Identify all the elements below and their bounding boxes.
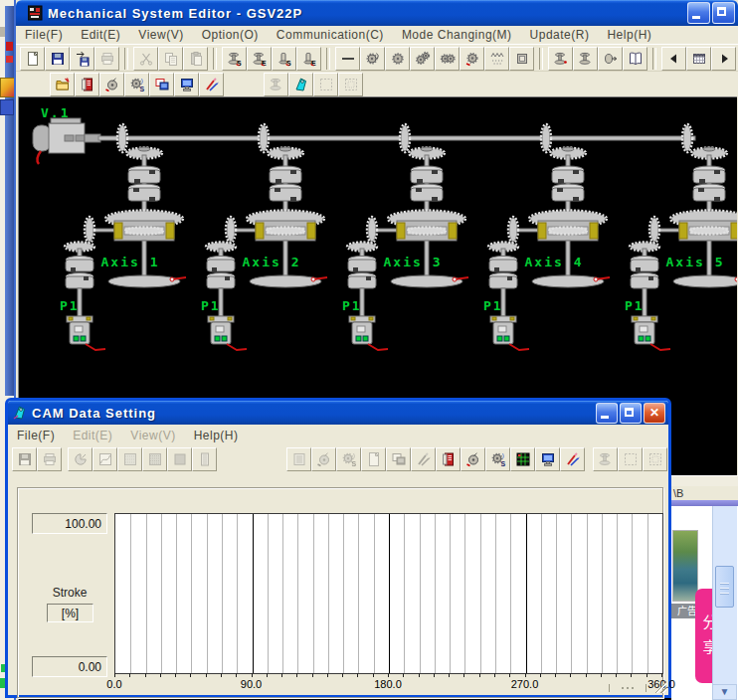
cam-maximize-button[interactable]: [620, 403, 642, 424]
menu-item-file[interactable]: File(F): [16, 28, 72, 42]
shade1-icon: [122, 451, 138, 467]
monitor-display-button[interactable]: [174, 73, 199, 96]
cam-data-setting-window: CAM Data Setting ✕ File(F)Edit(E)View(V)…: [5, 398, 671, 698]
main-titlebar[interactable]: Mechanical System Editor - GSV22P: [16, 0, 738, 26]
menu-item-file[interactable]: File(F): [8, 429, 64, 442]
menu-item-help[interactable]: Help(H): [185, 429, 248, 442]
menu-item-edit: Edit(E): [64, 429, 121, 442]
axis-tick: [206, 673, 207, 677]
arrow-right-icon: [716, 51, 732, 67]
gear-hook-button[interactable]: [360, 47, 385, 71]
resize-grip[interactable]: [654, 681, 666, 693]
browser-scrollbar[interactable]: [712, 506, 737, 684]
minor-gridline: [297, 514, 298, 673]
cam-window-title: CAM Data Setting: [32, 406, 156, 421]
y-min-value: 0.00: [32, 656, 107, 677]
cam-disk-icon: [104, 77, 120, 92]
press-e-icon: E: [252, 51, 268, 67]
app-icon: [28, 5, 44, 21]
data-list-button[interactable]: [436, 447, 461, 471]
scrollbar-thumb[interactable]: [715, 566, 734, 608]
menu-item-edit[interactable]: Edit(E): [72, 28, 129, 42]
minor-gridline: [191, 514, 192, 673]
sprocket-edit-button: S: [336, 447, 361, 471]
toolbar-separator: [539, 48, 543, 70]
tools-icon: [565, 451, 581, 467]
machine-label: P1: [483, 298, 503, 313]
cut-button: [133, 47, 158, 71]
curve-icon: [97, 451, 113, 467]
axis-tick: [525, 673, 526, 677]
monitor-display-button[interactable]: [535, 447, 560, 471]
scroll-down-button[interactable]: ▼: [712, 684, 737, 700]
valve-icon: [603, 51, 619, 67]
tool-setting-button[interactable]: [560, 447, 585, 471]
gear-hook-icon: [365, 51, 381, 67]
sprocket-setting-button[interactable]: S: [485, 447, 510, 471]
gear-left-button[interactable]: [385, 47, 410, 71]
gear-mark-button[interactable]: [460, 47, 484, 71]
axis-tick: [586, 673, 587, 677]
catalog-button[interactable]: [623, 47, 647, 71]
data-grid-button[interactable]: [686, 47, 711, 71]
cam-minimize-button[interactable]: [596, 403, 618, 424]
cam-end-button[interactable]: E: [247, 47, 272, 71]
press-output-button[interactable]: [548, 47, 573, 71]
menu-item-view[interactable]: View(V): [129, 28, 192, 42]
cam-titlebar[interactable]: CAM Data Setting ✕: [8, 401, 668, 425]
menu-item-option[interactable]: Option(O): [193, 28, 268, 42]
next-view-button[interactable]: [711, 47, 736, 71]
shaft-line-button[interactable]: [335, 47, 360, 71]
block-button[interactable]: [509, 47, 534, 71]
axis-start-button[interactable]: S: [272, 47, 296, 71]
cam-close-button[interactable]: ✕: [644, 403, 665, 424]
cam-disk-edit-button: [311, 447, 336, 471]
selection-a-button: [618, 447, 643, 471]
save-button[interactable]: [45, 47, 70, 71]
axis-tick: [403, 673, 404, 677]
menu-item-communication[interactable]: Communication(C): [268, 28, 393, 42]
sprocket-setting-button[interactable]: S: [124, 73, 149, 96]
gear-pair-button[interactable]: [435, 47, 460, 71]
major-gridline: [526, 514, 527, 673]
spring-button[interactable]: [484, 47, 509, 71]
minor-gridline: [541, 514, 542, 673]
minor-gridline: [207, 514, 208, 673]
axis-tick: [252, 673, 253, 677]
axis-tick: [616, 673, 617, 677]
tool-setting-button[interactable]: [199, 73, 224, 96]
cam-curve-plot[interactable]: [114, 513, 663, 674]
cam-edit-button[interactable]: [288, 73, 313, 96]
open-project-button[interactable]: [50, 73, 75, 96]
pie-icon: [73, 451, 89, 467]
data-table-button[interactable]: [510, 447, 535, 471]
cam-start-button[interactable]: S: [222, 47, 247, 71]
book-icon: [628, 51, 644, 67]
cam-data-button[interactable]: [99, 73, 124, 96]
menu-item-view: View(V): [121, 429, 184, 442]
prev-view-button[interactable]: [661, 47, 686, 71]
curve-view-button: [92, 447, 117, 471]
minimize-button[interactable]: [687, 2, 710, 24]
machine-label: Axis 1: [101, 255, 160, 269]
rotary-output-button[interactable]: [598, 47, 623, 71]
print-button: [94, 47, 119, 71]
new-file-button[interactable]: [20, 47, 45, 71]
axis-end-button[interactable]: E: [296, 47, 321, 71]
data-list-button[interactable]: [75, 73, 99, 96]
x-tick-label: 270.0: [511, 678, 539, 690]
menu-item-mode-changing[interactable]: Mode Changing(M): [393, 28, 521, 42]
menu-item-update[interactable]: Update(R): [521, 28, 599, 42]
gear-right-button[interactable]: [410, 47, 435, 71]
menu-item-help[interactable]: Help(H): [598, 28, 660, 42]
cam-disk-icon: [316, 451, 332, 467]
maximize-button[interactable]: [712, 2, 735, 24]
axis-tick: [357, 673, 358, 677]
screen-copy-button[interactable]: [149, 73, 174, 96]
save-as-button[interactable]: [70, 47, 94, 71]
printer-icon: [99, 51, 115, 67]
axis-tick: [463, 673, 464, 677]
main-toolbar-row1: SESE: [16, 44, 738, 72]
press-plain-button[interactable]: [573, 47, 598, 71]
cam-data-button[interactable]: [461, 447, 485, 471]
